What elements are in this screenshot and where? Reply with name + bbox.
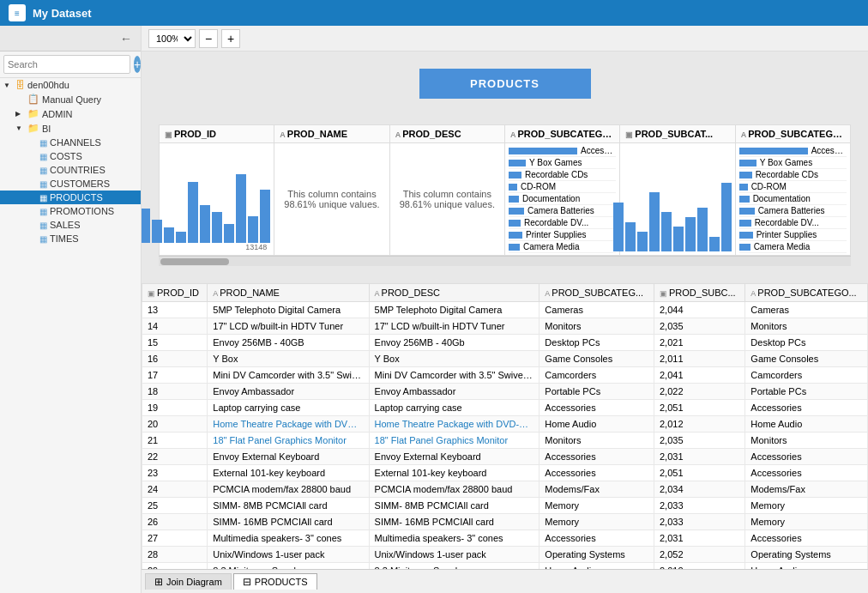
table-row[interactable]: 2118" Flat Panel Graphics Monitor18" Fla… bbox=[142, 433, 868, 449]
sidebar-item-manual-query[interactable]: 📋Manual Query bbox=[0, 92, 141, 106]
column-card-prod_id: ▣PROD_ID13148 bbox=[160, 125, 274, 255]
table-row[interactable]: 17Mini DV Camcorder with 3.5" Swivel LCD… bbox=[142, 367, 868, 384]
table-row[interactable]: 25SIMM- 8MB PCMCIAll cardSIMM- 8MB PCMCI… bbox=[142, 498, 868, 514]
table-cell: 28 bbox=[142, 547, 208, 563]
table-cell: 2,031 bbox=[654, 530, 745, 547]
table-cell: Accessories bbox=[745, 465, 868, 481]
table-cell: 2,052 bbox=[654, 547, 745, 563]
zoom-in-button[interactable]: + bbox=[221, 29, 240, 48]
table-row[interactable]: 1417" LCD w/built-in HDTV Tuner17" LCD w… bbox=[142, 318, 868, 335]
table-cell: SIMM- 8MB PCMCIAll card bbox=[208, 498, 369, 514]
table-cell: Game Consoles bbox=[745, 351, 868, 367]
horizontal-scrollbar[interactable] bbox=[159, 256, 851, 266]
table-cell: Home Audio bbox=[745, 563, 868, 570]
sidebar-item-promotions[interactable]: ▦PROMOTIONS bbox=[0, 204, 141, 218]
table-row[interactable]: 298.3 Minitower Speaker8.3 Minitower Spe… bbox=[142, 563, 868, 570]
add-button[interactable]: + bbox=[134, 56, 141, 73]
sidebar-item-admin[interactable]: ▶📁ADMIN bbox=[0, 106, 141, 121]
table-row[interactable]: 20Home Theatre Package with DVD-Audio/Vi… bbox=[142, 416, 868, 433]
sidebar: ← + ▼🗄den00hdu📋Manual Query▶📁ADMIN▼📁BI▦C… bbox=[0, 26, 142, 593]
table-cell: 2,012 bbox=[654, 563, 745, 570]
table-cell: Laptop carrying case bbox=[208, 400, 369, 416]
table-cell: Unix/Windows 1-user pack bbox=[369, 547, 539, 563]
table-cell: Monitors bbox=[539, 433, 654, 449]
zoom-select[interactable]: 100% 75% 150% bbox=[148, 29, 196, 48]
table-cell: Envoy External Keyboard bbox=[369, 449, 539, 465]
table-row[interactable]: 24PCMCIA modem/fax 28800 baudPCMCIA mode… bbox=[142, 481, 868, 498]
table-cell: 19 bbox=[142, 400, 208, 416]
table-cell: 23 bbox=[142, 465, 208, 481]
table-row[interactable]: 26SIMM- 16MB PCMCIAll cardSIMM- 16MB PCM… bbox=[142, 514, 868, 530]
sidebar-item-den00hdu[interactable]: ▼🗄den00hdu bbox=[0, 78, 141, 92]
table-cell: 5MP Telephoto Digital Camera bbox=[369, 302, 539, 318]
cat-item: Bulk Pack Disk... bbox=[739, 253, 847, 255]
table-cell: 18 bbox=[142, 384, 208, 400]
sidebar-item-countries[interactable]: ▦COUNTRIES bbox=[0, 163, 141, 177]
column-card-prod_name: APROD_NAMEThis column contains 98.61% un… bbox=[274, 125, 389, 255]
cat-item: Camera Media bbox=[509, 241, 616, 253]
back-button[interactable]: ← bbox=[115, 30, 137, 47]
bottom-tab-products[interactable]: ⊟PRODUCTS bbox=[233, 573, 317, 590]
col-chart-prod_id: 13148 bbox=[160, 143, 274, 255]
table-row[interactable]: 135MP Telephoto Digital Camera5MP Teleph… bbox=[142, 302, 868, 318]
cat-item: Recordable DV... bbox=[739, 217, 847, 229]
table-cell: PCMCIA modem/fax 28800 baud bbox=[369, 481, 539, 498]
zoom-out-button[interactable]: − bbox=[199, 29, 218, 48]
table-row[interactable]: 28Unix/Windows 1-user packUnix/Windows 1… bbox=[142, 547, 868, 563]
scrollbar-thumb bbox=[160, 258, 229, 265]
table-cell: 24 bbox=[142, 481, 208, 498]
table-cell: Portable PCs bbox=[745, 384, 868, 400]
table-row[interactable]: 15Envoy 256MB - 40GBEnvoy 256MB - 40GbDe… bbox=[142, 335, 868, 351]
table-row[interactable]: 16Y BoxY BoxGame Consoles2,011Game Conso… bbox=[142, 351, 868, 367]
tree-item-label: CHANNELS bbox=[50, 137, 101, 148]
tree-item-label: ADMIN bbox=[42, 109, 72, 119]
table-title: PRODUCTS bbox=[470, 77, 539, 90]
table-cell: 2,041 bbox=[654, 367, 745, 384]
table-cell: Accessories bbox=[745, 449, 868, 465]
cat-item: Documentation bbox=[739, 193, 847, 205]
sidebar-item-products[interactable]: ▦PRODUCTS bbox=[0, 191, 141, 204]
cat-item: Recordable CDs bbox=[739, 169, 847, 181]
sidebar-item-channels[interactable]: ▦CHANNELS bbox=[0, 136, 141, 149]
table-cell: Cameras bbox=[539, 302, 654, 318]
table-cell: Envoy Ambassador bbox=[208, 384, 369, 400]
sidebar-item-sales[interactable]: ▦SALES bbox=[0, 218, 141, 232]
bottom-tab-join-diagram[interactable]: ⊞Join Diagram bbox=[145, 573, 232, 590]
table-cell: Modems/Fax bbox=[745, 481, 868, 498]
cat-item: Recordable DV... bbox=[509, 217, 616, 229]
table-row[interactable]: 18Envoy AmbassadorEnvoy AmbassadorPortab… bbox=[142, 384, 868, 400]
search-input[interactable] bbox=[3, 55, 130, 74]
table-cell: 25 bbox=[142, 498, 208, 514]
sidebar-item-costs[interactable]: ▦COSTS bbox=[0, 149, 141, 163]
cat-item: Camera Batteries bbox=[739, 205, 847, 217]
app-title: My Dataset bbox=[33, 7, 92, 20]
canvas-area[interactable]: PRODUCTS ▣PROD_ID13148APROD_NAMEThis col… bbox=[142, 51, 868, 569]
sidebar-item-bi[interactable]: ▼📁BI bbox=[0, 121, 141, 136]
sidebar-item-customers[interactable]: ▦CUSTOMERS bbox=[0, 177, 141, 191]
data-table-wrapper[interactable]: ▣PROD_IDAPROD_NAMEAPROD_DESCAPROD_SUBCAT… bbox=[142, 283, 868, 569]
column-card-prod_subcategory: APROD_SUBCATEGORYAccessoriesY Box GamesR… bbox=[505, 125, 620, 255]
table-cell: Envoy Ambassador bbox=[369, 384, 539, 400]
col-chart-prod_subcategory: AccessoriesY Box GamesRecordable CDsCD-R… bbox=[505, 143, 619, 255]
table-row[interactable]: 27Multimedia speakers- 3" conesMultimedi… bbox=[142, 530, 868, 547]
table-cell: SIMM- 16MB PCMCIAll card bbox=[208, 514, 369, 530]
table-cell: Accessories bbox=[539, 530, 654, 547]
table-cell: Multimedia speakers- 3" cones bbox=[208, 530, 369, 547]
table-row[interactable]: 19Laptop carrying caseLaptop carrying ca… bbox=[142, 400, 868, 416]
col-header-prod_desc: APROD_DESC bbox=[390, 125, 504, 143]
tab-label: PRODUCTS bbox=[255, 577, 308, 587]
table-row[interactable]: 23External 101-key keyboardExternal 101-… bbox=[142, 465, 868, 481]
table-cell: Home Audio bbox=[539, 563, 654, 570]
tree-item-label: COUNTRIES bbox=[50, 165, 105, 175]
tree-toggle: ▶ bbox=[15, 110, 26, 118]
table-cell: 2,051 bbox=[654, 400, 745, 416]
table-cell: Accessories bbox=[745, 400, 868, 416]
bottom-tabs: ⊞Join Diagram⊟PRODUCTS bbox=[142, 569, 868, 593]
table-cell: 8.3 Minitower Speaker bbox=[369, 563, 539, 570]
sidebar-item-times[interactable]: ▦TIMES bbox=[0, 232, 141, 245]
table-row[interactable]: 22Envoy External KeyboardEnvoy External … bbox=[142, 449, 868, 465]
tab-icon: ⊟ bbox=[243, 576, 251, 588]
col-header-prod_subcat2: ▣PROD_SUBCAT... bbox=[620, 125, 734, 143]
table-cell: PCMCIA modem/fax 28800 baud bbox=[208, 481, 369, 498]
table-cell: Laptop carrying case bbox=[369, 400, 539, 416]
